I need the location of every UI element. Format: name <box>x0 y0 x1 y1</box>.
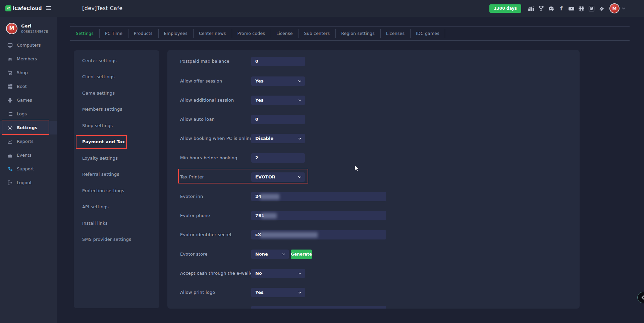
form-row-allow-print-logo: Allow print logo Yes <box>167 288 580 297</box>
tab-center-news[interactable]: Center news <box>193 27 232 40</box>
nav-payment-and-tax[interactable]: Payment and Tax <box>74 134 159 150</box>
allow-print-logo-select[interactable]: Yes <box>251 288 305 297</box>
sidebar-item-games[interactable]: Games <box>0 93 57 107</box>
accept-cash-ewallet-select[interactable]: No <box>251 269 305 278</box>
app-logo-text: iCafeCloud <box>13 6 42 11</box>
field-label: Allow offer session <box>180 76 222 86</box>
form-row-allow-booking: Allow booking when PC is online Disable <box>167 134 580 143</box>
partners-icon[interactable] <box>598 5 605 12</box>
sidebar-item-logs[interactable]: Logs <box>0 107 57 121</box>
tab-promo-codes[interactable]: Promo codes <box>232 27 271 40</box>
generate-button[interactable]: Generate <box>291 250 312 259</box>
field-label: Allow booking when PC is online <box>180 134 252 143</box>
tab-employees[interactable]: Employees <box>158 27 193 40</box>
windows-icon <box>7 84 13 89</box>
tab-pc-time[interactable]: PC Time <box>99 27 128 40</box>
form-row-evotor-phone: Evotor phone 791 <box>167 211 580 220</box>
ranking-icon[interactable] <box>528 5 534 12</box>
evotor-inn-input[interactable]: 24 <box>251 192 386 201</box>
globe-icon[interactable] <box>578 5 585 12</box>
nav-protection-settings[interactable]: Protection settings <box>74 182 159 199</box>
user-avatar[interactable]: M <box>609 3 620 13</box>
form-row-evotor-store: Evotor store None Generate <box>167 250 580 259</box>
chevron-down-icon <box>298 137 302 140</box>
min-hours-before-booking-input[interactable]: 2 <box>251 153 305 163</box>
sidebar-item-shop[interactable]: Shop <box>0 66 57 79</box>
form-row-partial <box>167 306 580 309</box>
tab-idc-games[interactable]: IDC games <box>410 27 445 40</box>
tax-printer-select[interactable]: EVOTOR <box>251 172 305 182</box>
trophy-icon[interactable] <box>538 5 544 12</box>
field-label: Evotor phone <box>180 211 210 220</box>
members-icon <box>7 56 13 62</box>
sidebar-menu: Computers Members Shop Boot Games Logs S… <box>0 38 57 190</box>
sidebar-item-support[interactable]: Support <box>0 162 57 176</box>
evotor-phone-input[interactable]: 791 <box>251 211 386 220</box>
sidebar-item-events[interactable]: Events <box>0 148 57 162</box>
tab-licenses[interactable]: Licenses <box>380 27 410 40</box>
sidebar-item-reports[interactable]: Reports <box>0 134 57 148</box>
topbar: i2 iCafeCloud [dev]Test Cafe 1300 days f <box>0 0 644 17</box>
app-logo[interactable]: i2 iCafeCloud <box>5 5 42 11</box>
evotor-store-select[interactable]: None <box>251 250 289 259</box>
tab-license[interactable]: License <box>271 27 299 40</box>
postpaid-max-balance-input[interactable]: 0 <box>251 57 305 66</box>
payment-and-tax-form: Postpaid max balance 0 Allow offer sessi… <box>167 50 580 309</box>
nav-center-settings[interactable]: Center settings <box>74 52 159 69</box>
chevron-down-icon[interactable] <box>622 7 625 10</box>
nav-loyalty-settings[interactable]: Loyalty settings <box>74 150 159 166</box>
tab-region-settings[interactable]: Region settings <box>335 27 380 40</box>
nav-api-settings[interactable]: API settings <box>74 199 159 215</box>
sidebar-item-computers[interactable]: Computers <box>0 38 57 52</box>
field-label: Evotor inn <box>180 192 203 201</box>
form-row-min-hours-before-booking: Min hours before booking 2 <box>167 153 580 163</box>
monitor-icon <box>7 43 13 48</box>
gamepad-icon <box>7 98 13 103</box>
sidebar-item-logout[interactable]: Logout <box>0 176 57 190</box>
nav-referral-settings[interactable]: Referral settings <box>74 166 159 183</box>
tab-settings[interactable]: Settings <box>70 27 99 40</box>
field-label: Allow auto loan <box>180 115 215 124</box>
sidebar-item-settings[interactable]: Settings <box>0 121 57 134</box>
nav-sms-provider-settings[interactable]: SMS provider settings <box>74 231 159 248</box>
nav-members-settings[interactable]: Members settings <box>74 101 159 118</box>
form-row-allow-additional-session: Allow additional session Yes <box>167 96 580 105</box>
sidebar-item-boot[interactable]: Boot <box>0 79 57 93</box>
nav-client-settings[interactable]: Client settings <box>74 69 159 85</box>
youtube-icon[interactable] <box>568 5 575 12</box>
redaction-blur <box>260 194 279 200</box>
form-row-accept-cash: Accept cash through the e-wallet No <box>167 269 580 278</box>
cart-icon <box>7 70 13 75</box>
facebook-icon[interactable]: f <box>558 5 565 12</box>
license-days-badge[interactable]: 1300 days <box>489 4 521 13</box>
redaction-blur <box>260 232 318 238</box>
allow-additional-session-select[interactable]: Yes <box>251 96 305 105</box>
field-label: Allow additional session <box>180 96 234 105</box>
form-row-allow-offer-session: Allow offer session Yes <box>167 76 580 86</box>
sidebar-item-members[interactable]: Members <box>0 52 57 66</box>
allow-booking-when-pc-online-select[interactable]: Disable <box>251 134 305 143</box>
sidebar: M Geri 008612345678 Computers Members Sh… <box>0 17 57 323</box>
chart-icon <box>7 139 13 144</box>
tab-sub-centers[interactable]: Sub centers <box>299 27 336 40</box>
allow-auto-loan-input[interactable]: 0 <box>251 115 305 124</box>
collapse-panel-button[interactable] <box>637 292 644 303</box>
form-row-tax-printer: Tax Printer EVOTOR <box>167 172 580 182</box>
nav-shop-settings[interactable]: Shop settings <box>74 117 159 134</box>
icafecloud-icon[interactable] <box>588 5 595 12</box>
phone-icon <box>7 166 13 172</box>
field-label: Allow print logo <box>180 288 215 297</box>
tab-products[interactable]: Products <box>128 27 158 40</box>
chevron-left-icon <box>641 295 644 300</box>
app-logo-icon: i2 <box>5 5 11 11</box>
topbar-icon-strip: f <box>528 5 605 12</box>
discord-icon[interactable] <box>548 5 554 12</box>
partial-input[interactable] <box>251 306 386 309</box>
menu-toggle-icon[interactable] <box>46 6 51 11</box>
nav-install-links[interactable]: Install links <box>74 215 159 231</box>
sidebar-user-block[interactable]: M Geri 008612345678 <box>6 23 48 34</box>
evotor-identifier-secret-input[interactable]: cX <box>251 230 386 239</box>
nav-game-settings[interactable]: Game settings <box>74 85 159 101</box>
allow-offer-session-select[interactable]: Yes <box>251 76 305 86</box>
chevron-down-icon <box>298 175 302 178</box>
